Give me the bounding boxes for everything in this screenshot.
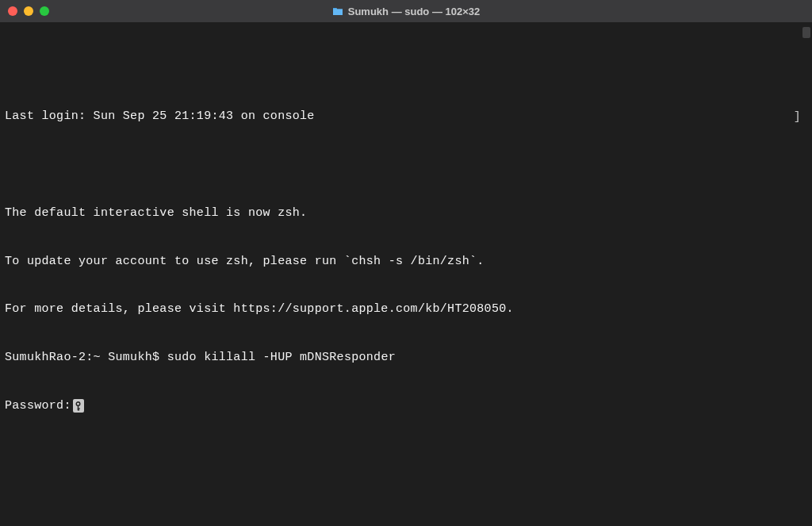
terminal-password-line: Password: — [5, 398, 807, 414]
svg-rect-1 — [78, 405, 79, 410]
password-label: Password: — [5, 398, 71, 414]
scrollbar-thumb[interactable] — [802, 27, 810, 38]
terminal-line — [5, 157, 807, 173]
window-title: Sumukh — sudo — 102×32 — [348, 6, 481, 17]
titlebar: Sumukh — sudo — 102×32 — [0, 0, 812, 22]
command-text: sudo killall -HUP mDNSResponder — [167, 350, 396, 366]
terminal-window: Sumukh — sudo — 102×32 ] Last login: Sun… — [0, 0, 812, 526]
terminal-prompt-line: SumukhRao-2:~ Sumukh$ sudo killall -HUP … — [5, 350, 807, 366]
terminal-area[interactable]: ] Last login: Sun Sep 25 21:19:43 on con… — [0, 22, 812, 526]
terminal-line: Last login: Sun Sep 25 21:19:43 on conso… — [5, 109, 807, 125]
window-title-wrap: Sumukh — sudo — 102×32 — [0, 6, 812, 17]
terminal-line: To update your account to use zsh, pleas… — [5, 254, 807, 270]
svg-rect-3 — [78, 409, 79, 410]
shell-prompt: SumukhRao-2:~ Sumukh$ — [5, 350, 167, 366]
bracket-char: ] — [794, 109, 801, 125]
svg-point-0 — [76, 402, 80, 406]
folder-icon — [332, 6, 343, 16]
window-controls — [8, 6, 49, 16]
terminal-line: For more details, please visit https://s… — [5, 301, 807, 317]
terminal-line: The default interactive shell is now zsh… — [5, 205, 807, 221]
minimize-button[interactable] — [24, 6, 33, 16]
svg-rect-2 — [78, 408, 80, 409]
key-icon — [73, 399, 84, 413]
close-button[interactable] — [8, 6, 17, 16]
maximize-button[interactable] — [40, 6, 49, 16]
